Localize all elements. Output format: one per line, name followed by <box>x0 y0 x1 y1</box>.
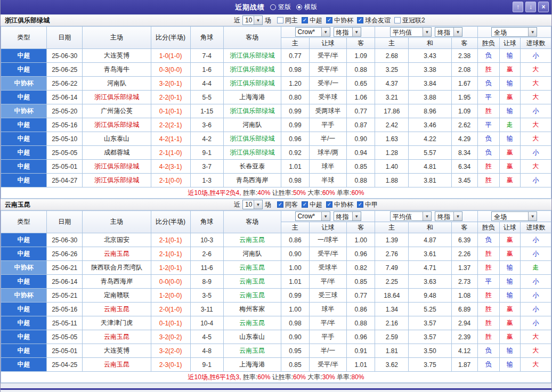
cell-odds-away: 0.77 <box>347 289 375 303</box>
filter-checkbox-1[interactable]: ✓中超 <box>302 200 322 209</box>
col-header-goals-result: 进球数 <box>520 38 551 49</box>
chevron-down-icon: ▼ <box>453 212 462 220</box>
cell-home-team: 青岛海牛 <box>83 63 151 77</box>
col-header-away: 客场 <box>223 27 281 49</box>
cell-away-team: 梅州客家 <box>223 303 281 316</box>
cell-goals-result: 大 <box>520 160 551 174</box>
cell-result: 胜 <box>477 160 499 174</box>
cell-handicap-result: 赢 <box>499 247 520 261</box>
move-down-button[interactable]: ↓ <box>525 2 536 12</box>
cell-away-team: 浙江俱乐部绿城 <box>223 132 281 146</box>
scope-select[interactable]: 全场 ▼ <box>491 211 537 221</box>
filter-checkbox-3[interactable]: ✓球会友谊 <box>357 16 391 25</box>
cell-result: 胜 <box>477 174 499 187</box>
cell-euro-home: 2.68 <box>375 49 409 63</box>
cell-odds-home: 1.00 <box>281 261 309 275</box>
cell-home-team: 云南玉昆 <box>83 303 151 316</box>
cell-league: 中协杯 <box>1 289 47 303</box>
cell-euro-draw: 4.81 <box>409 160 451 174</box>
cell-euro-away: 1.67 <box>451 77 477 91</box>
cell-euro-home: 1.40 <box>375 160 409 174</box>
cell-euro-draw: 4.22 <box>409 132 451 146</box>
cell-handicap-result: 赢 <box>499 303 520 316</box>
cell-score: 3-2(0-2) <box>151 330 190 344</box>
cell-euro-away: 1.87 <box>451 358 477 372</box>
cell-handicap-result: 输 <box>499 104 520 118</box>
bottom-border <box>1 388 551 390</box>
filter-near-label: 近 <box>234 200 240 209</box>
filter-checkbox-2[interactable]: ✓中协杯 <box>326 16 353 25</box>
cell-date: 25-06-14 <box>47 275 83 289</box>
match-row: 中超25-06-26云南玉昆2-1(0-1)2-6河南队0.90受平/半0.96… <box>1 247 551 261</box>
col-header-date: 日期 <box>47 27 83 49</box>
euro-average-select[interactable]: 平均值 ▼ <box>390 27 432 37</box>
cell-euro-away: 6.34 <box>451 160 477 174</box>
cell-date: 25-06-26 <box>47 247 83 261</box>
cell-odds-home: 0.99 <box>281 104 309 118</box>
cell-home-team: 浙江俱乐部绿城 <box>83 160 151 174</box>
cell-euro-away: 2.39 <box>451 330 477 344</box>
cell-odds-home: 0.86 <box>281 233 309 247</box>
euro-average-select[interactable]: 平均值 ▼ <box>390 211 432 221</box>
cell-corners: 9-1 <box>190 146 223 160</box>
cell-date: 25-04-27 <box>47 174 83 187</box>
cell-odds-away: 0.86 <box>347 303 375 316</box>
cell-home-team: 浙江俱乐部绿城 <box>83 174 151 187</box>
cell-date: 25-06-25 <box>47 63 83 77</box>
close-button[interactable]: × <box>538 2 549 12</box>
filter-checkbox-2[interactable]: ✓中协杯 <box>326 200 353 209</box>
cell-euro-home: 4.37 <box>375 77 409 91</box>
cell-odds-home: 0.99 <box>281 118 309 132</box>
cell-euro-draw: 3.81 <box>409 174 451 187</box>
euro-time-select[interactable]: 终指 ▼ <box>435 211 462 221</box>
bookmaker-select[interactable]: Crow* ▼ <box>295 27 330 37</box>
cell-odds-home: 1.20 <box>281 77 309 91</box>
cell-handicap-line: 受两球半 <box>310 104 347 118</box>
asian-time-select[interactable]: 终指 ▼ <box>334 211 361 221</box>
filter-checkbox-1[interactable]: ✓中超 <box>302 16 322 25</box>
cell-euro-home: 2.25 <box>375 275 409 289</box>
cell-euro-away: 6.89 <box>451 303 477 316</box>
cell-handicap-result: 输 <box>499 77 520 91</box>
scope-select[interactable]: 全场 ▼ <box>491 27 537 37</box>
filter-checkbox-0[interactable]: 同主 <box>277 16 298 25</box>
cell-league: 中协杯 <box>1 77 47 91</box>
bookmaker-select[interactable]: Crow* ▼ <box>295 211 330 221</box>
filter-checkbox-4[interactable]: 亚冠联2 <box>394 16 425 25</box>
col-header-euro-away: 客 <box>451 38 477 49</box>
match-row: 中超25-05-16浙江俱乐部绿城2-2(2-1)3-6河南队0.99平手0.8… <box>1 118 551 132</box>
cell-score: 2-2(2-1) <box>151 118 190 132</box>
cell-goals-result: 小 <box>520 303 551 316</box>
match-row: 中协杯25-05-21定南赣联1-2(0-0)3-5云南玉昆0.99受三球0.7… <box>1 289 551 303</box>
filter-checkbox-0[interactable]: ✓同客 <box>277 200 298 209</box>
cell-odds-away: 0.88 <box>347 316 375 330</box>
filter-checkbox-label: 同客 <box>285 200 298 209</box>
summary-row: 近10场,胜4平2负4, 胜率:40% 让胜率:50% 大率:60% 单率:60… <box>1 187 551 199</box>
col-header-odds-line: 让球 <box>310 222 347 233</box>
radio-checked-icon <box>296 4 302 10</box>
recent-count-select[interactable]: 10 ▼ <box>242 15 263 25</box>
col-header-handicap-result: 让球 <box>499 222 520 233</box>
cell-odds-home: 1.00 <box>281 303 309 316</box>
cell-result: 胜 <box>477 303 499 316</box>
match-row: 中超25-05-01浙江俱乐部绿城4-2(3-1)3-7长春亚泰1.01球半0.… <box>1 160 551 174</box>
move-up-button[interactable]: ↑ <box>513 2 523 12</box>
cell-home-team: 云南玉昆 <box>83 358 151 372</box>
cell-home-team: 大连英博 <box>83 49 151 63</box>
filter-checkbox-3[interactable]: ✓中甲 <box>357 200 378 209</box>
col-header-score: 比分(半场) <box>151 211 190 233</box>
cell-euro-home: 17.86 <box>375 104 409 118</box>
euro-time-select[interactable]: 终指 ▼ <box>435 27 462 37</box>
cell-odds-away: 1.06 <box>347 91 375 104</box>
summary-segment: 30% <box>322 373 335 381</box>
asian-time-select[interactable]: 终指 ▼ <box>334 27 361 37</box>
view-vertical-radio[interactable]: 竖版 <box>270 3 291 12</box>
cell-league: 中超 <box>1 330 47 344</box>
cell-corners: 11-6 <box>190 261 223 275</box>
recent-count-select[interactable]: 10 ▼ <box>242 200 263 209</box>
cell-result: 胜 <box>477 261 499 275</box>
cell-score: 2-1(0-0) <box>151 174 190 187</box>
view-horizontal-radio[interactable]: 横版 <box>296 3 317 12</box>
cell-euro-home: 1.34 <box>375 303 409 316</box>
section-header: 浙江俱乐部绿城 近 10 ▼ 场 同主✓中超✓中协杯✓球会友谊亚冠联2 <box>1 14 551 26</box>
